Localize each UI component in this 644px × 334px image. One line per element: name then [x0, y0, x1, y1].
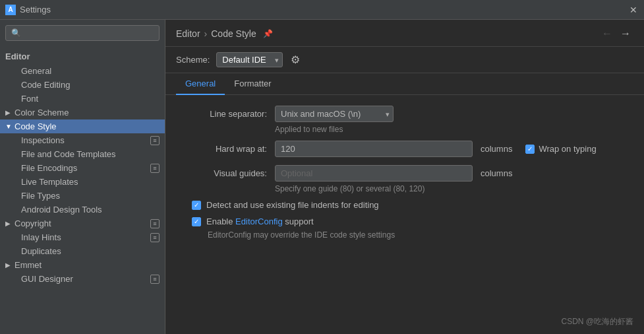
sidebar-content: Editor General Code Editing Font ▶ Color…: [0, 46, 165, 334]
breadcrumb-parent: Editor: [176, 28, 200, 39]
sidebar-item-file-encodings[interactable]: File Encodings ≡: [0, 161, 165, 175]
breadcrumb-current: Code Style: [211, 28, 256, 39]
inlay-hints-label: Inlay Hints: [21, 232, 61, 242]
main-layout: Editor General Code Editing Font ▶ Color…: [0, 20, 644, 334]
tab-formatter[interactable]: Formatter: [225, 73, 280, 95]
arrow-icon-emmet: ▶: [5, 261, 12, 269]
tab-general[interactable]: General: [176, 73, 225, 95]
editor-config-link[interactable]: EditorConfig: [235, 217, 283, 226]
sidebar-item-live-templates[interactable]: Live Templates: [0, 175, 165, 189]
inlay-hints-badge: ≡: [150, 233, 160, 242]
sidebar-item-inlay-hints[interactable]: Inlay Hints ≡: [0, 230, 165, 244]
sidebar-item-android-design-tools[interactable]: Android Design Tools: [0, 203, 165, 217]
hard-wrap-columns-label: columns: [481, 144, 512, 154]
scheme-label: Scheme:: [176, 55, 210, 65]
sidebar: Editor General Code Editing Font ▶ Color…: [0, 20, 165, 334]
copyright-badge: ≡: [150, 219, 160, 228]
arrow-icon-code-style: ▼: [5, 123, 12, 130]
nav-buttons: ← →: [599, 26, 633, 41]
visual-guides-hint: Specify one guide (80) or several (80, 1…: [275, 184, 628, 193]
scheme-dropdown[interactable]: Default IDE: [216, 52, 283, 67]
hard-wrap-input[interactable]: [275, 141, 473, 157]
detect-indents-row: Detect and use existing file indents for…: [181, 200, 628, 210]
visual-guides-row: Visual guides: columns: [181, 165, 628, 182]
sidebar-item-general[interactable]: General: [0, 64, 165, 78]
line-separator-dropdown[interactable]: Unix and macOS (\n) Windows (\r\n) Class…: [275, 106, 394, 122]
sidebar-item-color-scheme-label: Color Scheme: [15, 108, 69, 117]
sidebar-section-editor: Editor: [0, 49, 165, 64]
window-title: Settings: [20, 5, 51, 15]
content-header: Editor › Code Style 📌 ← →: [165, 20, 644, 47]
search-input[interactable]: [5, 25, 160, 41]
app-icon: A: [5, 5, 16, 15]
editor-config-hint: EditorConfig may override the IDE code s…: [208, 230, 628, 240]
wrap-on-typing-checkbox[interactable]: [525, 145, 535, 154]
sidebar-item-code-style-label: Code Style: [15, 121, 57, 131]
inspections-badge: ≡: [150, 136, 160, 145]
copyright-label: Copyright: [15, 218, 51, 228]
title-bar-controls: ✕: [628, 5, 639, 15]
hard-wrap-row: Hard wrap at: columns Wrap on typing: [181, 141, 628, 157]
title-bar-left: A Settings: [5, 5, 51, 15]
file-encodings-badge: ≡: [150, 164, 160, 173]
sidebar-item-font[interactable]: Font: [0, 92, 165, 106]
close-button[interactable]: ✕: [628, 5, 639, 15]
arrow-icon: ▶: [5, 109, 12, 116]
editor-config-checkbox[interactable]: [192, 217, 201, 226]
scheme-row: Scheme: Default IDE ⚙: [165, 47, 644, 73]
emmet-label: Emmet: [15, 260, 42, 270]
sidebar-item-file-code-templates[interactable]: File and Code Templates: [0, 147, 165, 161]
pin-icon: 📌: [263, 29, 272, 38]
sidebar-item-emmet[interactable]: ▶ Emmet: [0, 258, 165, 272]
detect-indents-label: Detect and use existing file indents for…: [206, 200, 379, 210]
scheme-dropdown-wrapper: Default IDE: [216, 52, 283, 67]
gui-designer-label: GUI Designer: [21, 274, 73, 284]
arrow-icon-copyright: ▶: [5, 220, 12, 227]
sidebar-item-color-scheme[interactable]: ▶ Color Scheme: [0, 106, 165, 119]
sidebar-item-code-style[interactable]: ▼ Code Style: [0, 119, 165, 133]
title-bar: A Settings ✕: [0, 0, 644, 20]
breadcrumb-separator: ›: [204, 28, 208, 39]
wrap-on-typing-label: Wrap on typing: [539, 144, 596, 154]
visual-guides-input[interactable]: [275, 165, 473, 182]
sidebar-item-code-editing[interactable]: Code Editing: [0, 78, 165, 92]
line-separator-hint: Applied to new files: [275, 125, 628, 134]
sidebar-item-file-types[interactable]: File Types: [0, 189, 165, 203]
sidebar-item-copyright[interactable]: ▶ Copyright ≡: [0, 217, 165, 230]
watermark: CSDN @吃海的虾酱: [561, 316, 633, 327]
detect-indents-checkbox[interactable]: [192, 201, 201, 210]
line-separator-dropdown-wrapper: Unix and macOS (\n) Windows (\r\n) Class…: [275, 106, 394, 122]
visual-guides-label: Visual guides:: [181, 168, 267, 178]
sidebar-item-duplicates[interactable]: Duplicates: [0, 244, 165, 258]
tabs-row: General Formatter: [165, 73, 644, 95]
line-separator-label: Line separator:: [181, 109, 267, 119]
sidebar-item-inspections[interactable]: Inspections ≡: [0, 133, 165, 147]
file-encodings-label: File Encodings: [21, 163, 77, 173]
nav-forward-button[interactable]: →: [618, 26, 633, 41]
hard-wrap-label: Hard wrap at:: [181, 144, 267, 154]
inspections-label: Inspections: [21, 135, 65, 145]
editor-config-label: Enable EditorConfig support: [206, 217, 314, 226]
editor-config-row: Enable EditorConfig support: [181, 217, 628, 226]
content-panel: Editor › Code Style 📌 ← → Scheme: Defaul…: [165, 20, 644, 334]
visual-guides-columns-label: columns: [481, 168, 512, 178]
gui-designer-badge: ≡: [150, 275, 160, 284]
settings-content: Line separator: Unix and macOS (\n) Wind…: [165, 95, 644, 334]
sidebar-item-gui-designer[interactable]: GUI Designer ≡: [0, 272, 165, 286]
breadcrumb: Editor › Code Style 📌: [176, 28, 272, 39]
wrap-on-typing-row: Wrap on typing: [525, 144, 596, 154]
line-separator-row: Line separator: Unix and macOS (\n) Wind…: [181, 106, 628, 122]
gear-button[interactable]: ⚙: [289, 52, 301, 67]
nav-back-button[interactable]: ←: [599, 26, 615, 41]
